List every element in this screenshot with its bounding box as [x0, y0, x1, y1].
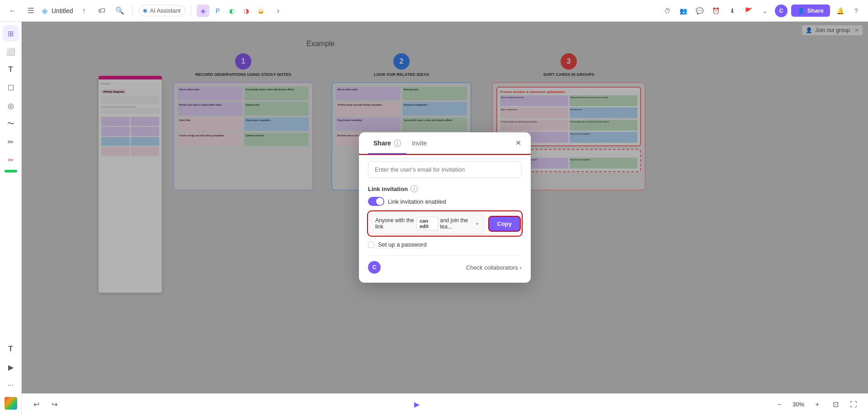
- toolbar-right: ⏱ 👥 💬 ⏰ ⬇ 🚩 ⌄ C 👤 Share 🔔 ?: [661, 5, 863, 17]
- text-icon: T: [9, 65, 13, 74]
- divider: [132, 6, 133, 15]
- share-button[interactable]: 👤 Share: [791, 5, 830, 17]
- zoom-out-button[interactable]: −: [772, 397, 787, 412]
- avatar: C: [775, 5, 788, 17]
- undo-button[interactable]: ↩: [29, 397, 43, 412]
- more-icon-button[interactable]: ⌄: [759, 5, 771, 17]
- link-text-box: Anyone with the link can edit and join t…: [369, 212, 485, 235]
- fit-icon: ⊡: [833, 400, 839, 409]
- link-row: Anyone with the link can edit and join t…: [368, 211, 522, 236]
- sidebar-item-add[interactable]: [5, 170, 17, 173]
- left-sidebar: ⊞ ⬜ T ☐ ◎ 〜 ✏ ✂ T ▶ ···: [0, 22, 22, 415]
- pen-icon: 〜: [7, 119, 14, 129]
- sidebar-item-eraser[interactable]: ✏: [3, 134, 19, 150]
- back-icon: ←: [9, 7, 16, 15]
- play-button[interactable]: ▶: [410, 397, 424, 412]
- sidebar-item-pen[interactable]: 〜: [3, 116, 19, 132]
- forward-button[interactable]: ›: [271, 4, 285, 18]
- sidebar-item-shapes[interactable]: ◎: [3, 98, 19, 114]
- password-row: Set up a password: [368, 241, 522, 248]
- history-icon-button[interactable]: ⏰: [710, 5, 722, 17]
- dialog-body: Link invitation i Link invitation enable…: [359, 154, 531, 283]
- play-icon: ▶: [8, 363, 14, 372]
- modal-overlay: Share i Invite ✕ Link invitation i: [22, 22, 868, 393]
- fit-view-button[interactable]: ⊡: [828, 397, 843, 412]
- sidebar-item-text2[interactable]: T: [3, 341, 19, 357]
- canvas-area: 👤 Join our group ✕ Example template Affi…: [22, 22, 868, 393]
- tab-invite[interactable]: Invite: [406, 132, 432, 154]
- dialog-tabs: Share i Invite ✕: [359, 132, 531, 154]
- text2-icon: T: [9, 345, 13, 353]
- fullscreen-icon: ⛶: [850, 401, 857, 409]
- sidebar-item-connector[interactable]: ✂: [3, 152, 19, 168]
- timer-icon-button[interactable]: ⏱: [661, 5, 674, 17]
- password-label: Set up a password: [378, 241, 427, 248]
- bookmark-button[interactable]: 🏷: [94, 4, 109, 18]
- frames-icon: ⬜: [6, 47, 15, 56]
- check-collab-label: Check collaborators: [466, 264, 518, 271]
- chat-icon-button[interactable]: 💬: [693, 5, 706, 17]
- search-icon: 🔍: [115, 6, 124, 15]
- dots-icon: ···: [8, 381, 14, 389]
- tool-3[interactable]: ◐: [226, 5, 238, 17]
- share-dialog: Share i Invite ✕ Link invitation i: [359, 132, 531, 283]
- play-icon: ▶: [414, 400, 420, 409]
- download-icon-button[interactable]: ⬇: [726, 5, 739, 17]
- sidebar-item-pages[interactable]: ⊞: [3, 25, 19, 42]
- logo-icon: ◆: [42, 6, 48, 16]
- link-invitation-info-icon[interactable]: i: [410, 185, 418, 192]
- collab-icon-button[interactable]: 👥: [677, 5, 690, 17]
- collaborators-row: C Check collaborators ›: [368, 255, 522, 274]
- notification-button[interactable]: 🔔: [834, 5, 846, 17]
- sidebar-item-frames[interactable]: ⬜: [3, 43, 19, 60]
- menu-icon: ☰: [28, 6, 34, 15]
- forward-icon: ›: [277, 7, 279, 15]
- sidebar-item-play[interactable]: ▶: [3, 359, 19, 375]
- sidebar-item-bottom[interactable]: ···: [3, 377, 19, 393]
- upload-icon: ↑: [82, 7, 85, 15]
- flag-icon-button[interactable]: 🚩: [742, 5, 755, 17]
- tool-4[interactable]: ◑: [240, 5, 253, 17]
- link-suffix: and join the tea...: [440, 217, 474, 230]
- menu-button[interactable]: ☰: [24, 4, 38, 18]
- link-permission-badge: can edit: [416, 217, 438, 230]
- share-info-icon[interactable]: i: [394, 140, 401, 147]
- upload-button[interactable]: ↑: [76, 4, 91, 18]
- redo-button[interactable]: ↪: [47, 397, 61, 412]
- tool-1[interactable]: ◈: [197, 5, 209, 17]
- link-toggle[interactable]: [368, 197, 384, 206]
- divider2: [191, 6, 191, 15]
- back-button[interactable]: ←: [5, 4, 20, 18]
- close-icon: ✕: [515, 139, 521, 147]
- sidebar-item-sticky[interactable]: ☐: [3, 79, 19, 96]
- email-input[interactable]: [368, 161, 522, 178]
- copy-label: Copy: [497, 220, 512, 227]
- zoom-controls: − 30% + ⊡ ⛶: [772, 397, 861, 412]
- check-collaborators-button[interactable]: Check collaborators ›: [466, 264, 522, 271]
- password-checkbox[interactable]: [368, 242, 374, 248]
- zoom-in-icon: +: [815, 401, 819, 409]
- share-icon: 👤: [797, 7, 805, 14]
- search-button[interactable]: 🔍: [113, 4, 127, 18]
- link-invitation-section: Link invitation i: [368, 185, 522, 192]
- ai-label: AI Assistant: [150, 7, 180, 14]
- copy-button[interactable]: Copy: [488, 216, 521, 232]
- tool-5[interactable]: ◒: [255, 5, 267, 17]
- bottom-toolbar: ↩ ↪ ▶ − 30% + ⊡ ⛶: [22, 393, 868, 415]
- undo-icon: ↩: [33, 400, 39, 409]
- toggle-row: Link invitation enabled: [368, 197, 522, 206]
- fullscreen-button[interactable]: ⛶: [846, 397, 861, 412]
- dialog-close-button[interactable]: ✕: [513, 138, 524, 149]
- tool-2[interactable]: P: [211, 5, 224, 17]
- zoom-in-button[interactable]: +: [810, 397, 825, 412]
- shapes-icon: ◎: [8, 102, 14, 110]
- sidebar-item-text[interactable]: T: [3, 61, 19, 78]
- help-button[interactable]: ?: [850, 5, 863, 17]
- chevron-right-icon: ›: [520, 264, 522, 271]
- link-prefix: Anyone with the link: [375, 217, 415, 230]
- chevron-down-icon[interactable]: ▾: [476, 221, 478, 226]
- sidebar-item-bottom2[interactable]: [3, 395, 19, 411]
- collaborator-avatar: C: [368, 261, 381, 274]
- ai-assistant-button[interactable]: AI Assistant: [138, 5, 185, 16]
- tab-share[interactable]: Share i: [368, 132, 406, 154]
